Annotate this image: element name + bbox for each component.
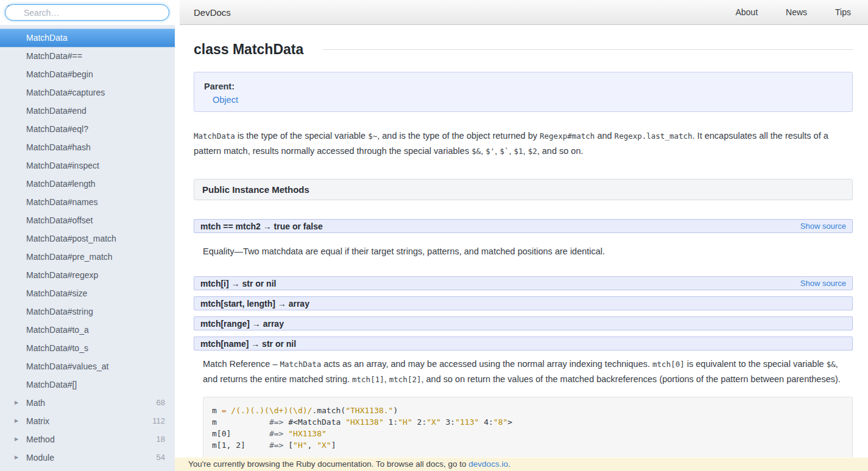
sidebar-item-matchdata-to-s[interactable]: MatchData#to_s	[0, 339, 175, 357]
sidebar-item-label: MatchData#inspect	[26, 161, 99, 170]
code-token: m	[212, 417, 269, 427]
inline-code: $&	[471, 147, 481, 156]
inline-code: $1	[514, 147, 523, 156]
page-title: class MatchData	[194, 41, 303, 58]
method-signature-row: mtch[i] → str or nilShow source	[194, 276, 853, 290]
code-token: m[1, 2]	[212, 441, 269, 450]
inline-code: Regexp.last_match	[615, 131, 693, 141]
code-token: "X"	[426, 417, 440, 427]
sidebar-item-label: Matrix	[26, 416, 49, 426]
method-signature-row: mtch[name] → str or nil	[194, 337, 853, 351]
entry-count: 18	[157, 430, 165, 448]
inline-code: MatchData	[280, 360, 322, 369]
chevron-right-icon: ▶	[15, 394, 18, 412]
inline-code: MatchData	[194, 131, 235, 141]
code-token: #=>	[269, 429, 288, 438]
entry-count: 68	[157, 394, 165, 412]
code-token: "HX1138"	[288, 429, 326, 438]
show-source-link[interactable]: Show source	[800, 279, 846, 288]
sidebar-item-label: MatchData#offset	[26, 215, 93, 225]
entry-count: 112	[152, 412, 165, 430]
sidebar-item-matchdata-eql-[interactable]: MatchData#eql?	[0, 120, 175, 138]
sidebar-item-label: MatchData#post_match	[26, 234, 116, 243]
nav-about[interactable]: About	[735, 7, 758, 17]
footer-notice: You're currently browsing the Ruby docum…	[175, 457, 868, 471]
sidebar-item-matrix[interactable]: ▶Matrix112	[0, 412, 175, 430]
signature-group: mtch[i] → str or nilShow sourcemtch[star…	[194, 276, 853, 351]
chevron-right-icon: ▶	[15, 448, 18, 467]
code-token: )	[393, 406, 398, 415]
sidebar-item-matchdata-hash[interactable]: MatchData#hash	[0, 138, 175, 156]
sidebar-item-matchdata-post-match[interactable]: MatchData#post_match	[0, 229, 175, 248]
sidebar-item-module[interactable]: ▶Module54	[0, 448, 175, 467]
inline-code: mtch[1]	[352, 375, 384, 384]
sidebar-item-matchdata[interactable]: MatchData	[0, 29, 175, 47]
code-token: "8"	[493, 417, 507, 427]
code-token: =	[222, 406, 231, 415]
sidebar-item-matchdata-size[interactable]: MatchData#size	[0, 284, 175, 302]
code-token: 2:	[412, 417, 426, 427]
devdocs-app: MatchDataMatchData#==MatchData#beginMatc…	[0, 0, 868, 471]
search-bar	[0, 0, 175, 25]
code-token: "X"	[317, 441, 331, 450]
search-input[interactable]	[5, 4, 169, 21]
sidebar-item-matchdata-end[interactable]: MatchData#end	[0, 102, 175, 120]
code-token: "113"	[455, 417, 479, 427]
code-token: "H"	[293, 441, 307, 450]
top-header: DevDocs AboutNewsTips	[180, 0, 868, 25]
inline-code: $`	[499, 147, 509, 156]
code-line: m[0] #=> "HX1138"	[212, 428, 844, 439]
sidebar-item-method[interactable]: ▶Method18	[0, 430, 175, 448]
sidebar-item-matchdata-regexp[interactable]: MatchData#regexp	[0, 266, 175, 284]
code-token: >	[507, 417, 512, 427]
sidebar-item-label: MatchData#hash	[26, 142, 91, 152]
sidebar-item-math[interactable]: ▶Math68	[0, 394, 175, 412]
sidebar-item-matchdata-names[interactable]: MatchData#names	[0, 193, 175, 211]
method-signature-row: mtch[range] → array	[194, 316, 853, 330]
title-divider	[323, 49, 853, 50]
sidebar-item-matchdata-captures[interactable]: MatchData#captures	[0, 83, 175, 102]
method-signature: mtch[name] → str or nil	[200, 339, 296, 349]
inline-code: Regexp#match	[540, 131, 595, 141]
method-description: Equality—Two matchdata are equal if thei…	[203, 244, 853, 259]
sidebar-item-matchdata-length[interactable]: MatchData#length	[0, 175, 175, 193]
devdocs-link[interactable]: devdocs.io	[468, 459, 508, 469]
devdocs-logo[interactable]: DevDocs	[194, 7, 231, 18]
sidebar-item-matchdata-pre-match[interactable]: MatchData#pre_match	[0, 248, 175, 266]
sidebar-item-label: MatchData#eql?	[26, 124, 88, 134]
sidebar-item-label: Method	[26, 434, 55, 444]
method-signature: mtch[start, length] → array	[200, 299, 309, 309]
show-source-link[interactable]: Show source	[800, 222, 846, 231]
entry-count: 54	[157, 448, 165, 467]
code-token: "H"	[398, 417, 412, 427]
sidebar-item-matchdata-inspect[interactable]: MatchData#inspect	[0, 156, 175, 175]
parent-object-link[interactable]: Object	[213, 93, 238, 106]
sidebar-item-matchdata-begin[interactable]: MatchData#begin	[0, 65, 175, 83]
text-segment: acts as an array, and may be accessed us…	[321, 359, 652, 369]
method-signature: mtch[range] → array	[200, 319, 284, 329]
code-token: "HX1138"	[345, 417, 384, 427]
sidebar-item-matchdata-string[interactable]: MatchData#string	[0, 302, 175, 321]
inline-code: $'	[485, 147, 495, 156]
sidebar-item-matchdata-to-a[interactable]: MatchData#to_a	[0, 321, 175, 339]
parent-label: Parent:	[204, 80, 842, 93]
section-header: Public Instance Methods	[194, 179, 853, 200]
code-line: m[1, 2] #=> ["H", "X"]	[212, 439, 844, 451]
sidebar-item-label: Module	[26, 453, 54, 462]
sidebar: MatchDataMatchData#==MatchData#beginMatc…	[0, 0, 175, 471]
method-signature-row: mtch[start, length] → array	[194, 296, 853, 310]
header-nav: AboutNewsTips	[707, 7, 851, 18]
nav-news[interactable]: News	[786, 7, 807, 17]
sidebar-item-matchdata-values-at[interactable]: MatchData#values_at	[0, 357, 175, 375]
sidebar-item-matchdata-[interactable]: MatchData#[]	[0, 375, 175, 394]
code-example: m = /(.)(.)(\d+)(\d)/.match("THX1138.")m…	[203, 397, 853, 457]
text-segment: Match Reference –	[203, 359, 280, 369]
sidebar-item-matchdata-[interactable]: MatchData#==	[0, 47, 175, 65]
sidebar-list: MatchDataMatchData#==MatchData#beginMatc…	[0, 25, 175, 471]
nav-tips[interactable]: Tips	[835, 7, 851, 17]
sidebar-item-matchdata-offset[interactable]: MatchData#offset	[0, 211, 175, 229]
sidebar-item-label: MatchData#pre_match	[26, 252, 113, 262]
footer-text-end: .	[508, 459, 510, 469]
sidebar-item-label: Math	[26, 398, 45, 408]
sidebar-item-label: MatchData#values_at	[26, 361, 108, 371]
